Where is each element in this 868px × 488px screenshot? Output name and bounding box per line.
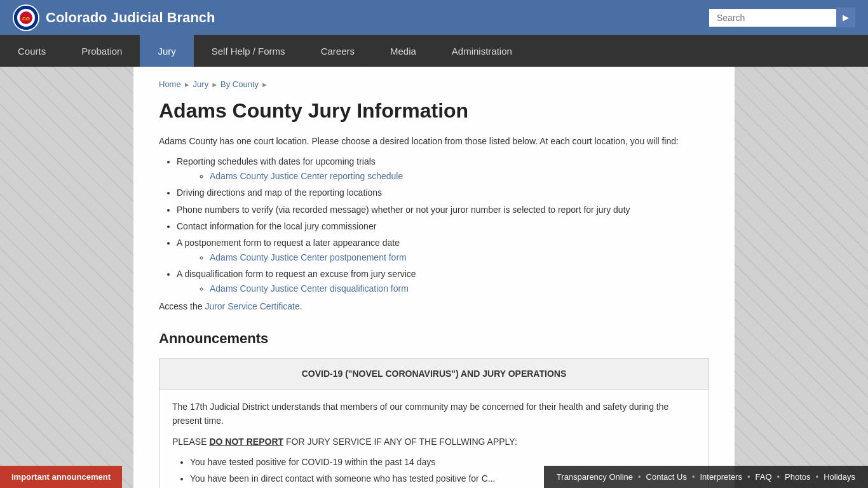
logo-icon: CO bbox=[14, 6, 38, 30]
nav-careers[interactable]: Careers bbox=[303, 35, 372, 67]
footer-transparency[interactable]: Transparency Online bbox=[557, 472, 633, 482]
breadcrumb-jury[interactable]: Jury bbox=[193, 79, 209, 89]
nav-jury[interactable]: Jury bbox=[140, 35, 193, 67]
footer-faq[interactable]: FAQ bbox=[756, 472, 772, 482]
sub-list-postponement: Adams County Justice Center postponement… bbox=[210, 250, 709, 264]
page-title: Adams County Jury Information bbox=[159, 99, 709, 123]
sub-list-disqualification: Adams County Justice Center disqualifica… bbox=[210, 281, 709, 295]
breadcrumb: Home ► Jury ► By County ► bbox=[159, 79, 709, 89]
nav-media[interactable]: Media bbox=[372, 35, 434, 67]
content-wrapper: Home ► Jury ► By County ► Adams County J… bbox=[133, 67, 735, 488]
search-button[interactable]: ▶ bbox=[836, 8, 855, 27]
breadcrumb-bycounty[interactable]: By County bbox=[220, 79, 259, 89]
search-arrow-icon: ▶ bbox=[843, 13, 849, 22]
bullet-list: Reporting schedules with dates for upcom… bbox=[177, 154, 709, 295]
footer-interpreters[interactable]: Interpreters bbox=[700, 472, 742, 482]
link-disqualification-form[interactable]: Adams County Justice Center disqualifica… bbox=[210, 283, 409, 294]
nav-selfhelp[interactable]: Self Help / Forms bbox=[194, 35, 303, 67]
footer-dot-1: • bbox=[638, 472, 641, 482]
footer-contact[interactable]: Contact Us bbox=[646, 472, 687, 482]
important-bar-label: important announcement bbox=[11, 472, 111, 482]
link-juror-cert[interactable]: Juror Service Certificate bbox=[205, 301, 299, 311]
covid-body-1: The 17th Judicial District understands t… bbox=[172, 400, 696, 428]
nav-administration[interactable]: Administration bbox=[434, 35, 530, 67]
juror-cert-text: Access the Juror Service Certificate. bbox=[159, 299, 709, 313]
link-postponement-form[interactable]: Adams County Justice Center postponement… bbox=[210, 252, 407, 262]
list-item-postponement: A postponement form to request a later a… bbox=[177, 236, 709, 264]
logo-area: CO Colorado Judicial Branch bbox=[13, 4, 215, 31]
do-not-report-text: DO NOT REPORT bbox=[209, 437, 283, 447]
logo-circle: CO bbox=[13, 4, 39, 31]
content-body: Adams County has one court location. Ple… bbox=[159, 134, 709, 488]
list-item-contact: Contact information for the local jury c… bbox=[177, 219, 709, 233]
covid-body-2: PLEASE DO NOT REPORT FOR JURY SERVICE IF… bbox=[172, 435, 696, 449]
footer-dot-4: • bbox=[777, 472, 780, 482]
nav-probation[interactable]: Probation bbox=[64, 35, 140, 67]
site-title: Colorado Judicial Branch bbox=[46, 10, 215, 26]
svg-text:CO: CO bbox=[22, 16, 30, 22]
breadcrumb-sep-1: ► bbox=[184, 81, 191, 88]
list-item-phone: Phone numbers to verify (via recorded me… bbox=[177, 203, 709, 217]
hero-bg: Home ► Jury ► By County ► Adams County J… bbox=[0, 67, 868, 488]
top-header: CO Colorado Judicial Branch ▶ bbox=[0, 0, 868, 35]
breadcrumb-home[interactable]: Home bbox=[159, 79, 181, 89]
covid-title: COVID-19 ("NOVEL CORONAVIRUS") AND JURY … bbox=[159, 359, 709, 389]
link-reporting-schedule[interactable]: Adams County Justice Center reporting sc… bbox=[210, 171, 403, 181]
list-item-directions: Driving directions and map of the report… bbox=[177, 186, 709, 200]
footer-dot-3: • bbox=[747, 472, 750, 482]
search-area: ▶ bbox=[709, 8, 855, 27]
announcements-heading: Announcements bbox=[159, 327, 709, 349]
footer-photos[interactable]: Photos bbox=[785, 472, 810, 482]
list-item-disqualification: A disqualification form to request an ex… bbox=[177, 267, 709, 295]
footer-dot-5: • bbox=[816, 472, 819, 482]
nav-courts[interactable]: Courts bbox=[0, 35, 64, 67]
footer-holidays[interactable]: Holidays bbox=[824, 472, 855, 482]
breadcrumb-sep-3: ► bbox=[261, 81, 268, 88]
breadcrumb-sep-2: ► bbox=[211, 81, 218, 88]
important-announcement-bar[interactable]: important announcement bbox=[0, 466, 122, 488]
main-nav: Courts Probation Jury Self Help / Forms … bbox=[0, 35, 868, 67]
sub-list-reporting: Adams County Justice Center reporting sc… bbox=[210, 169, 709, 183]
intro-text: Adams County has one court location. Ple… bbox=[159, 134, 709, 148]
list-item-reporting: Reporting schedules with dates for upcom… bbox=[177, 154, 709, 183]
footer-bar: Transparency Online • Contact Us • Inter… bbox=[544, 466, 868, 488]
footer-dot-2: • bbox=[692, 472, 695, 482]
search-input[interactable] bbox=[709, 9, 836, 27]
